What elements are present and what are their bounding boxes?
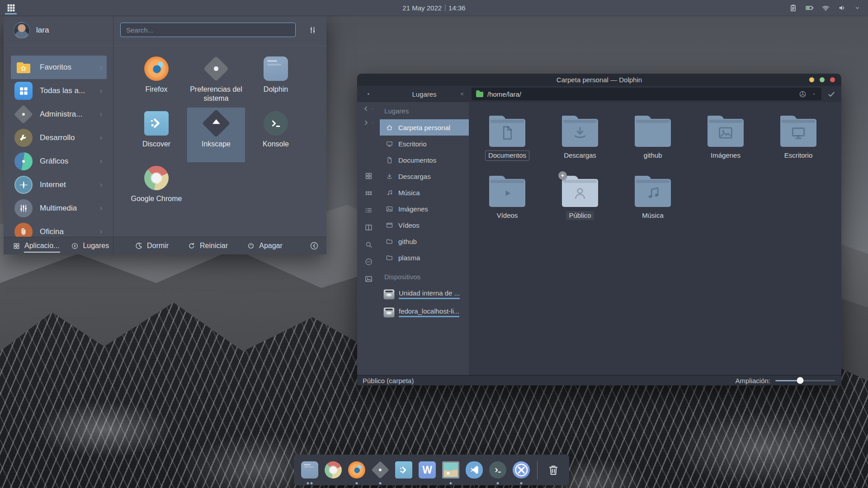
confirm-location-icon[interactable] — [827, 89, 836, 99]
battery-icon[interactable] — [805, 4, 814, 12]
dock-item-image-viewer[interactable] — [442, 459, 459, 481]
category-item-favoritos[interactable]: Favoritos — [11, 56, 107, 79]
konsole-logo-icon — [493, 465, 503, 475]
folder-item-documentos[interactable]: Documentos — [473, 115, 541, 160]
dock-app-icon — [513, 461, 530, 479]
category-item-oficina[interactable]: Oficina — [11, 220, 107, 237]
app-item-discover[interactable]: Discover — [127, 108, 185, 162]
place-item-github[interactable]: github — [380, 233, 469, 249]
category-item-internet[interactable]: Internet — [11, 173, 107, 197]
place-label: Descargas — [398, 173, 431, 180]
folder-item-github[interactable]: github — [619, 115, 687, 160]
close-panel-icon[interactable] — [459, 91, 465, 97]
minimize-button[interactable] — [809, 77, 814, 82]
free-space-icon[interactable] — [798, 90, 807, 99]
clipboard-icon[interactable] — [789, 4, 797, 12]
session-button-reiniciar[interactable]: Reiniciar — [188, 242, 228, 250]
configure-icon[interactable] — [308, 25, 317, 35]
place-item-carpeta-personal[interactable]: Carpeta personal — [380, 119, 469, 136]
category-item-graficos[interactable]: Gráficos — [11, 150, 107, 173]
more-options-icon[interactable] — [364, 258, 373, 266]
dock-item-x-app[interactable] — [513, 459, 530, 481]
category-item-administracion[interactable]: Administra... — [11, 103, 107, 126]
tab-aplicaciones[interactable]: Aplicacio... — [13, 237, 59, 254]
icons-view-icon[interactable] — [364, 172, 373, 180]
wifi-icon[interactable] — [821, 4, 830, 12]
place-item-videos[interactable]: Vídeos — [380, 217, 469, 233]
app-item-konsole[interactable]: Konsole — [247, 108, 305, 162]
dock-item-firefox[interactable] — [348, 459, 365, 481]
app-item-inkscape[interactable]: Inkscape — [187, 108, 245, 162]
session-icon — [247, 242, 255, 250]
app-item-firefox[interactable]: Firefox — [127, 53, 185, 108]
clock-date: 21 May 2022 — [402, 4, 442, 12]
category-item-desarrollo[interactable]: Desarrollo — [11, 126, 107, 150]
dock-item-w-app[interactable] — [419, 459, 436, 481]
dock-item-system-settings[interactable] — [372, 459, 389, 481]
session-icon — [135, 242, 143, 250]
catdev-logo-icon — [18, 132, 29, 143]
folder-item-publico[interactable]: Público — [546, 175, 614, 221]
forward-button[interactable] — [362, 119, 375, 127]
device-item-unidad-interna[interactable]: Unidad interna de ... — [380, 285, 469, 303]
tray-expander-icon[interactable] — [854, 5, 861, 11]
place-item-plasma[interactable]: plasma — [380, 249, 469, 266]
app-label: Inkscape — [202, 140, 231, 149]
session-button-dormir[interactable]: Dormir — [135, 242, 169, 250]
place-label: plasma — [398, 254, 420, 262]
compact-view-icon[interactable] — [364, 189, 373, 197]
avatar[interactable] — [14, 22, 30, 38]
folder-glyph-icon — [790, 124, 807, 141]
folder-row: Documentos Descargas — [473, 115, 841, 160]
app-item-dolphin[interactable]: Dolphin — [247, 53, 305, 108]
search-input[interactable] — [120, 23, 296, 37]
app-item-google-chrome[interactable]: Google Chrome — [127, 162, 185, 217]
titlebar[interactable]: Carpeta personal — Dolphin — [357, 74, 841, 86]
place-item-descargas[interactable]: Descargas — [380, 168, 469, 184]
dock-item-code-editor[interactable] — [466, 459, 483, 481]
search-icon[interactable] — [364, 240, 373, 249]
location-dropdown-icon[interactable] — [811, 91, 817, 97]
tab-lugares[interactable]: Lugares — [71, 237, 109, 254]
place-item-imagenes[interactable]: Imágenes — [380, 201, 469, 217]
folder-item-musica[interactable]: Música — [619, 175, 687, 221]
dock-item-dolphin[interactable] — [301, 459, 318, 481]
session-button-apagar[interactable]: Apagar — [247, 242, 283, 250]
dock-item-trash[interactable] — [545, 459, 562, 481]
catoff-logo-icon — [18, 226, 29, 237]
folder-item-escritorio[interactable]: Escritorio — [764, 115, 832, 160]
device-item-fedora-localhost[interactable]: fedora_localhost-li... — [380, 303, 469, 321]
preview-icon[interactable] — [364, 275, 373, 283]
zoom-slider[interactable] — [775, 380, 835, 381]
dock-item-konsole[interactable] — [489, 459, 506, 481]
collapse-menu-icon[interactable] — [309, 241, 319, 251]
volume-icon[interactable] — [838, 4, 846, 12]
dock-item-google-chrome[interactable] — [325, 459, 342, 481]
panel-clock[interactable]: 21 May 2022 14:36 — [402, 0, 465, 15]
app-icon — [264, 111, 288, 136]
category-item-todas-las-aplicaciones[interactable]: Todas las a... — [11, 79, 107, 103]
folder-view[interactable]: Documentos Descargas — [469, 102, 841, 375]
select-plus-badge[interactable] — [558, 171, 567, 180]
place-item-escritorio[interactable]: Escritorio — [380, 136, 469, 152]
location-bar[interactable]: /home/lara/ — [472, 88, 821, 100]
category-item-multimedia[interactable]: Multimedia — [11, 197, 107, 220]
place-item-documentos[interactable]: Documentos — [380, 152, 469, 168]
application-launcher-button[interactable] — [0, 0, 22, 15]
folder-item-imagenes[interactable]: Imágenes — [692, 115, 760, 160]
dock-item-discover[interactable] — [395, 459, 412, 481]
folder-icon — [780, 119, 816, 147]
details-view-icon[interactable] — [364, 206, 373, 215]
folder-item-descargas[interactable]: Descargas — [546, 115, 614, 160]
konsole-logo-icon — [269, 116, 283, 131]
zoom-slider-thumb[interactable] — [797, 377, 804, 384]
folder-item-videos[interactable]: Vídeos — [473, 175, 541, 221]
back-button[interactable] — [362, 105, 375, 113]
app-item-preferencias-del-sistema[interactable]: Preferencias del sistema — [187, 53, 245, 108]
close-button[interactable] — [830, 77, 835, 82]
maximize-button[interactable] — [820, 77, 825, 82]
split-view-icon[interactable] — [364, 223, 373, 232]
plus-icon — [560, 173, 566, 178]
place-item-musica[interactable]: Música — [380, 184, 469, 201]
session-label: Reiniciar — [200, 242, 228, 250]
